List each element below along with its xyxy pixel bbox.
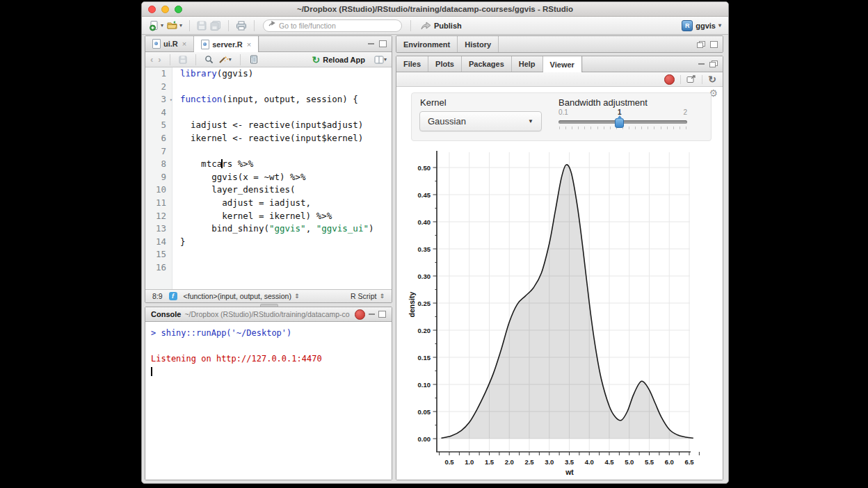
- maximize-pane-icon[interactable]: [378, 311, 386, 318]
- tab-plots[interactable]: Plots: [428, 56, 462, 72]
- open-file-button[interactable]: ▾: [167, 20, 182, 31]
- code-text: layer_densities(: [172, 184, 296, 197]
- console-line: > shiny::runApp('~/Desktop'): [151, 327, 386, 340]
- editor-tabbar: ui.R×server.R×: [145, 36, 392, 52]
- publish-button[interactable]: Publish: [421, 22, 462, 30]
- maximize-pane-icon[interactable]: [379, 40, 387, 47]
- kernel-label: Kernel: [420, 97, 447, 108]
- minimize-pane-icon[interactable]: [698, 61, 705, 65]
- maximize-pane-icon[interactable]: [710, 41, 718, 48]
- open-in-new-window-button[interactable]: [686, 75, 696, 83]
- stop-icon[interactable]: [355, 309, 365, 320]
- restore-pane-icon[interactable]: [697, 41, 705, 48]
- slider-tick-mark: [673, 127, 674, 129]
- tab-packages[interactable]: Packages: [462, 56, 512, 72]
- save-icon: [197, 21, 207, 31]
- print-button[interactable]: [236, 21, 247, 31]
- code-segment: rs %>%: [222, 158, 253, 169]
- code-segment: ikernel <- reactive(input$kernel): [180, 133, 363, 143]
- new-file-button[interactable]: ▾: [149, 20, 163, 31]
- window-title: ~/Dropbox (RStudio)/RStudio/training/dat…: [142, 2, 728, 16]
- goto-arrow-icon: [268, 21, 276, 29]
- slider-tick-mark: [597, 127, 598, 129]
- code-segment: (input, output, session) {: [222, 94, 358, 104]
- x-tick-label: 2.5: [524, 458, 534, 466]
- tab-history[interactable]: History: [458, 36, 499, 53]
- code-line: 14}: [145, 236, 392, 249]
- line-number: 6: [145, 132, 172, 145]
- slider-tick-mark: [610, 127, 611, 129]
- close-window-button[interactable]: [148, 6, 156, 13]
- slider-tick-mark: [629, 127, 629, 129]
- source-editor-pane: ui.R×server.R× ‹ › ▾: [145, 35, 392, 303]
- line-number: 10: [145, 184, 172, 197]
- y-tick-label: 0.15: [418, 354, 431, 361]
- y-tick-label: 0.50: [418, 164, 431, 172]
- y-tick-label: 0.40: [418, 218, 431, 226]
- notebook-icon: [249, 55, 258, 64]
- tab-environment[interactable]: Environment: [396, 36, 458, 53]
- window-titlebar[interactable]: ~/Dropbox (RStudio)/RStudio/training/dat…: [142, 2, 728, 17]
- forward-icon[interactable]: ›: [158, 55, 161, 64]
- density-area: [442, 165, 693, 439]
- editor-tab-label: ui.R: [163, 40, 178, 48]
- console-header: Console ~/Dropbox (RStudio)/RStudio/trai…: [145, 307, 392, 322]
- code-tools-button[interactable]: ▾: [218, 55, 232, 64]
- stop-app-icon[interactable]: [664, 74, 675, 85]
- minimize-window-button[interactable]: [161, 6, 169, 13]
- publish-arrow-icon: [421, 22, 431, 30]
- line-number: 1: [145, 67, 172, 81]
- bandwidth-slider-handle[interactable]: [615, 118, 624, 128]
- line-number: 11: [145, 197, 172, 210]
- editor-tab-ui.R[interactable]: ui.R×: [145, 36, 194, 51]
- x-tick-label: 0.5: [444, 458, 454, 466]
- code-text: kernel = ikernel) %>%: [172, 210, 332, 223]
- minimize-pane-icon[interactable]: [368, 41, 374, 44]
- code-line: 9 ggvis(x = ~wt) %>%: [145, 171, 392, 184]
- console-line: Listening on http://127.0.0.1:4470: [151, 352, 386, 366]
- minimize-pane-icon[interactable]: [369, 311, 375, 315]
- close-icon[interactable]: ×: [247, 40, 251, 49]
- slider-tick-mark: [584, 127, 585, 129]
- code-line: 1library(ggvis): [145, 67, 392, 81]
- y-tick-label: 0.10: [418, 381, 431, 389]
- slider-tick-mark: [641, 127, 642, 129]
- find-replace-button[interactable]: [204, 55, 214, 64]
- x-tick-label: 4.5: [604, 458, 614, 466]
- back-icon[interactable]: ‹: [150, 55, 153, 64]
- code-segment: kernel = ikernel) %>%: [180, 211, 332, 221]
- files-pane-controls: [698, 56, 718, 72]
- slider-tick-mark: [565, 127, 566, 129]
- line-number: 5: [145, 119, 172, 132]
- tab-help[interactable]: Help: [512, 56, 543, 72]
- editor-code-area[interactable]: 1library(ggvis)23▾function(input, output…: [145, 67, 392, 289]
- restore-pane-icon[interactable]: [709, 60, 718, 67]
- source-pane-menu[interactable]: ▾: [374, 56, 387, 64]
- tab-viewer[interactable]: Viewer: [543, 56, 582, 72]
- code-segment: bind_shiny(: [180, 223, 269, 234]
- pane-layout-icon: [374, 56, 384, 64]
- goto-file-input[interactable]: [263, 19, 402, 32]
- filetype-selector[interactable]: R Script ⇕: [351, 292, 385, 300]
- updown-icon: ⇕: [294, 293, 300, 300]
- editor-tab-label: server.R: [212, 40, 242, 49]
- line-number: 13: [145, 222, 172, 236]
- console-body[interactable]: > shiny::runApp('~/Desktop') Listening o…: [145, 322, 392, 480]
- tab-files[interactable]: Files: [396, 56, 428, 72]
- project-menu-button[interactable]: R ggvis ▾: [682, 20, 721, 31]
- scope-selector[interactable]: <function>(input, output, session) ⇕: [184, 292, 300, 300]
- cursor-position: 8:9: [152, 292, 163, 300]
- bandwidth-slider: 0.1 1 2: [558, 108, 687, 138]
- function-scope-icon: f: [169, 292, 177, 300]
- kernel-select[interactable]: Gaussian ▼: [419, 111, 542, 131]
- reload-app-button[interactable]: ↻ Reload App: [312, 56, 365, 64]
- text-cursor: [151, 367, 152, 376]
- close-icon[interactable]: ×: [182, 40, 186, 48]
- compile-notebook-button[interactable]: [249, 55, 258, 64]
- fold-arrow-icon[interactable]: ▾: [170, 94, 172, 107]
- slider-tick-mark: [604, 127, 604, 129]
- y-tick-label: 0.35: [418, 245, 431, 253]
- editor-tab-server.R[interactable]: server.R×: [194, 36, 259, 52]
- refresh-icon[interactable]: ↻: [708, 74, 716, 84]
- zoom-window-button[interactable]: [175, 6, 182, 13]
